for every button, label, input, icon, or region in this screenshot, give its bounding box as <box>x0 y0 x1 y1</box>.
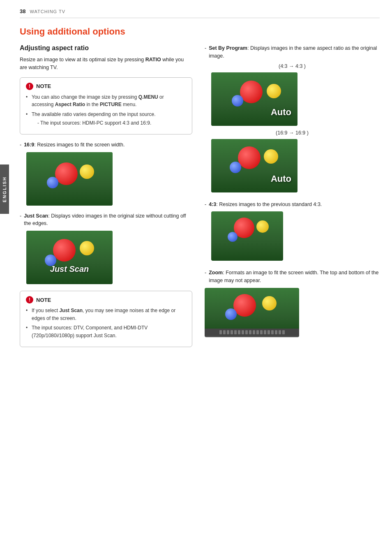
blue-ball-4-3 <box>228 232 238 242</box>
entry-bold-4-3: 4:3 <box>209 202 216 207</box>
note-header-1: ! NOTE <box>26 83 186 90</box>
note1-subitem: - The input sources: HDMI-PC support 4:3… <box>32 119 186 127</box>
entry-bold-16-9: 16:9 <box>24 142 34 148</box>
yellow-ball-zoom <box>262 296 277 310</box>
auto-label-169: Auto <box>271 174 291 184</box>
yellow-ball-just-scan <box>80 241 94 255</box>
red-ball-zoom <box>233 294 256 317</box>
note-label-1: NOTE <box>36 83 51 89</box>
entry-text-just-scan: : Displays video images in the original … <box>24 213 186 227</box>
blue-ball-zoom <box>225 308 237 320</box>
yellow-ball-4-3 <box>256 220 269 233</box>
yellow-ball-auto-43 <box>267 84 281 98</box>
toy-scene-just-scan: Just Scan <box>26 231 113 284</box>
entry-bold-just-scan: Just Scan <box>24 213 48 219</box>
entry-text-4-3: : Resizes images to the previous standar… <box>216 202 322 207</box>
red-ball-auto-169 <box>238 146 261 169</box>
toy-scene-auto-169: Auto <box>211 139 297 192</box>
right-entry-zoom: - Zoom: Formats an image to fit the scre… <box>205 269 380 337</box>
red-ball-16-9 <box>55 162 78 185</box>
note1-item2: The available ratio varies depending on … <box>26 111 186 127</box>
entry-label-zoom: - Zoom: Formats an image to fit the scre… <box>205 269 380 285</box>
note2-item1: If you select Just Scan, you may see ima… <box>26 307 186 322</box>
entry-label-16-9: - 16:9: Resizes images to fit the screen… <box>20 141 192 149</box>
left-column: Adjusting aspect ratio Resize an image t… <box>20 44 192 354</box>
blue-ball-auto-169 <box>230 162 241 173</box>
subsection-title: Adjusting aspect ratio <box>20 44 192 52</box>
side-tab: ENGLISH <box>0 164 9 214</box>
note-body-2: If you select Just Scan, you may see ima… <box>26 307 186 339</box>
side-tab-label: ENGLISH <box>2 176 7 202</box>
zoom-bars <box>205 329 299 336</box>
tv-preview-auto-43: Auto <box>211 72 297 126</box>
entry-text-16-9: : Resizes images to fit the screen width… <box>34 142 125 148</box>
toy-scene-auto-43: Auto <box>211 72 297 126</box>
entry-label-4-3: - 4:3: Resizes images to the previous st… <box>205 201 380 208</box>
entry-bold-set-by-program: Set By Program <box>209 45 247 51</box>
tv-preview-just-scan: Just Scan <box>26 231 113 284</box>
note-box-2: ! NOTE If you select Just Scan, you may … <box>20 291 192 347</box>
ratio-arrow-43: (4:3 → 4:3 ) <box>205 63 380 69</box>
note-header-2: ! NOTE <box>26 296 186 303</box>
right-entry-set-by-program: - Set By Program: Displays images in the… <box>205 44 380 192</box>
yellow-ball-16-9 <box>80 164 94 179</box>
right-column: - Set By Program: Displays images in the… <box>205 44 380 354</box>
page-subtitle: WATCHING TV <box>30 9 65 14</box>
entry-bold-zoom: Zoom <box>209 270 223 276</box>
note1-item1: You can also change the image size by pr… <box>26 93 186 109</box>
page-header: 38 WATCHING TV <box>20 8 380 18</box>
entry-label-set-by-program: - Set By Program: Displays images in the… <box>205 44 380 60</box>
tv-preview-zoom <box>205 288 299 337</box>
blue-ball-auto-43 <box>232 95 243 107</box>
yellow-ball-auto-169 <box>264 149 278 164</box>
tv-preview-auto-169: Auto <box>211 139 297 192</box>
note-label-2: NOTE <box>36 297 51 303</box>
tv-preview-16-9 <box>26 152 113 206</box>
ratio-arrow-169: (16:9 → 16:9 ) <box>205 130 380 136</box>
note-box-1: ! NOTE You can also change the image siz… <box>20 77 192 134</box>
note-icon-1: ! <box>26 83 33 90</box>
red-ball-just-scan <box>53 239 76 262</box>
just-scan-overlay-label: Just Scan <box>50 264 89 274</box>
blue-ball-16-9 <box>47 177 58 188</box>
note-icon-2: ! <box>26 296 33 303</box>
note2-item2: The input sources: DTV, Component, and H… <box>26 324 186 339</box>
page-number: 38 <box>20 8 25 14</box>
tv-preview-4-3 <box>211 211 283 261</box>
aspect-entry-16-9: - 16:9: Resizes images to fit the screen… <box>20 141 192 206</box>
red-ball-auto-43 <box>240 81 263 103</box>
note-body-1: You can also change the image size by pr… <box>26 93 186 127</box>
right-entry-4-3: - 4:3: Resizes images to the previous st… <box>205 201 380 261</box>
section-title: Using additional options <box>20 26 380 37</box>
entry-text-zoom: : Formats an image to fit the screen wid… <box>209 270 378 283</box>
intro-text: Resize an image to view at its optimal s… <box>20 56 192 72</box>
toy-scene-16-9 <box>26 152 113 206</box>
aspect-entry-just-scan: - Just Scan: Displays video images in th… <box>20 212 192 285</box>
auto-label-43: Auto <box>271 107 291 118</box>
entry-label-just-scan: - Just Scan: Displays video images in th… <box>20 212 192 228</box>
